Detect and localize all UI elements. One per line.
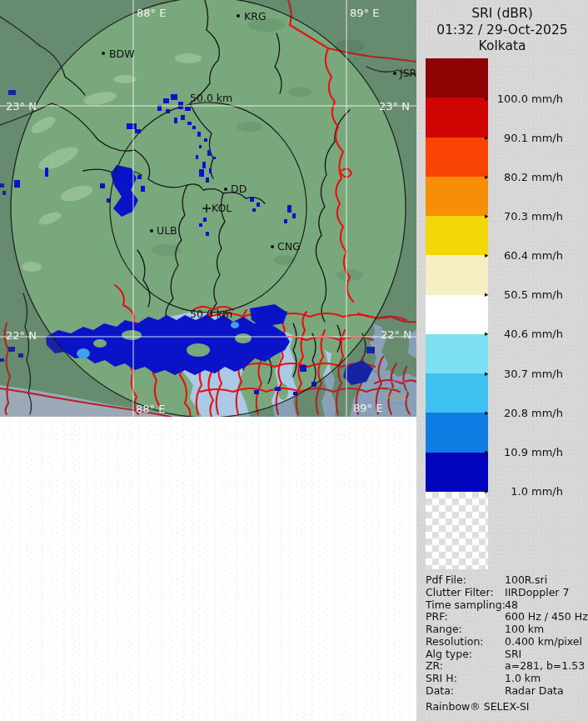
metadata-row: Resolution: 0.400 km/pixel: [426, 636, 586, 648]
metadata-label: Clutter Filter:: [426, 587, 505, 599]
map-label-lat-22-right: 22° N: [381, 328, 411, 341]
place-label-krg: KRG: [244, 10, 267, 23]
metadata-value: SRI: [505, 648, 586, 661]
scale-arrow-icon: ▸: [485, 94, 493, 103]
scale-block: [426, 373, 488, 413]
metadata-label: Data:: [426, 685, 505, 698]
product-datetime: 01:32 / 29-Oct-2025: [416, 23, 588, 39]
scale-label-row: ▸ 10.9 mm/h: [485, 445, 563, 458]
transparency-checker: [426, 492, 488, 569]
color-scale-bar: [426, 58, 488, 569]
map-label-lon-88-top: 88° E: [137, 7, 166, 19]
scale-value: 100.0 mm/h: [493, 93, 563, 105]
scale-label-row: ▸ 100.0 mm/h: [485, 92, 563, 105]
metadata-label: Time sampling:: [426, 599, 505, 612]
metadata-row: Data: Radar Data: [426, 685, 586, 698]
place-label-jsr: JSR: [399, 67, 416, 79]
scale-arrow-icon: ▸: [485, 173, 493, 181]
product-title: SRI (dBR): [416, 6, 588, 23]
place-label-ulb: ULB: [157, 224, 177, 237]
metadata-label: Resolution:: [426, 636, 505, 648]
scale-value: 70.3 mm/h: [493, 210, 563, 223]
scale-arrow-icon: ▸: [485, 290, 493, 298]
scale-arrow-icon: ▸: [485, 133, 493, 142]
scale-arrow-icon: ▸: [485, 329, 493, 338]
map-label-lat-23-left: 23° N: [6, 100, 37, 113]
scale-value: 1.0 mm/h: [493, 485, 563, 498]
scale-value: 10.9 mm/h: [493, 446, 563, 458]
scale-label-row: ▸ 1.0 mm/h: [485, 484, 563, 498]
place-label-bdw: BDW: [109, 48, 135, 60]
range-ring-label-bottom: 50.0 km: [190, 308, 232, 320]
metadata-value: Radar Data: [505, 685, 586, 698]
blank-area: [0, 417, 416, 721]
scale-label-row: ▸ 50.5 mm/h: [485, 288, 563, 301]
scale-value: 50.5 mm/h: [493, 288, 563, 301]
legend-panel: SRI (dBR) 01:32 / 29-Oct-2025 Kolkata ▸ …: [416, 0, 588, 721]
scale-label-row: ▸ 70.3 mm/h: [485, 209, 563, 223]
scale-block: [426, 216, 488, 255]
metadata-row: ZR: a=281, b=1.53: [426, 660, 586, 673]
legend-header: SRI (dBR) 01:32 / 29-Oct-2025 Kolkata: [416, 6, 588, 55]
map-label-lon-89-top: 89° E: [350, 7, 379, 19]
metadata-value: 1.0 km: [505, 673, 586, 685]
scale-arrow-icon: ▸: [485, 448, 493, 456]
metadata-row: Clutter Filter: IIRDoppler 7: [426, 587, 586, 599]
scale-label-row: ▸ 20.8 mm/h: [485, 406, 563, 419]
metadata-value: 100 km: [505, 623, 586, 636]
metadata-label: SRI H:: [426, 673, 505, 685]
metadata-row: Pdf File: 100R.sri: [426, 574, 586, 587]
scale-arrow-icon: ▸: [485, 487, 493, 495]
scale-arrow-icon: ▸: [485, 408, 493, 417]
metadata-row: Range: 100 km: [426, 623, 586, 636]
scale-arrow-icon: ▸: [485, 212, 493, 220]
metadata-row: PRF: 600 Hz / 450 Hz: [426, 611, 586, 623]
metadata-value: 48: [505, 599, 586, 612]
metadata-label: PRF:: [426, 611, 505, 623]
metadata-label: Alg type:: [426, 648, 505, 661]
scale-label-row: ▸ 90.1 mm/h: [485, 131, 563, 144]
metadata-value: 0.400 km/pixel: [505, 636, 586, 648]
scale-block: [426, 334, 488, 373]
metadata-value: a=281, b=1.53: [505, 660, 586, 673]
scale-label-row: ▸ 30.7 mm/h: [485, 367, 563, 380]
scale-label-row: ▸ 80.2 mm/h: [485, 170, 563, 183]
scale-block: [426, 295, 488, 334]
place-label-cng: CNG: [277, 240, 301, 253]
metadata-block: Pdf File: 100R.sri Clutter Filter: IIRDo…: [426, 574, 586, 698]
scale-block: [426, 177, 488, 216]
scale-arrow-icon: ▸: [485, 369, 493, 378]
scale-value: 40.6 mm/h: [493, 328, 563, 340]
map-label-lon-89-bottom: 89° E: [353, 402, 382, 414]
scale-block: [426, 98, 488, 137]
metadata-value: 100R.sri: [505, 574, 586, 587]
scale-label-row: ▸ 40.6 mm/h: [485, 327, 563, 340]
metadata-row: Time sampling: 48: [426, 599, 586, 612]
map-label-lon-88-bottom: 88° E: [136, 403, 165, 415]
metadata-label: Range:: [426, 623, 505, 636]
metadata-row: Alg type: SRI: [426, 648, 586, 661]
metadata-label: Pdf File:: [426, 574, 505, 587]
software-branding: Rainbow® SELEX-SI: [426, 700, 530, 713]
scale-label-row: ▸ 60.4 mm/h: [485, 248, 563, 262]
scale-block: [426, 58, 488, 98]
map-label-lat-23-right: 23° N: [379, 100, 410, 113]
metadata-value: 600 Hz / 450 Hz: [505, 611, 588, 623]
scale-value: 90.1 mm/h: [493, 132, 563, 144]
scale-block: [426, 413, 488, 452]
radar-map-svg: 88° E 89° E 23° N 23° N 22° N 22° N 88° …: [0, 0, 416, 417]
scale-arrow-icon: ▸: [485, 251, 493, 259]
scale-value: 60.4 mm/h: [493, 249, 563, 262]
map-label-lat-22-left: 22° N: [6, 329, 37, 342]
station-name: Kolkata: [416, 38, 588, 55]
scale-value: 20.8 mm/h: [493, 407, 563, 419]
scale-block: [426, 453, 488, 492]
place-label-kol: KOL: [212, 202, 232, 214]
metadata-label: ZR:: [426, 660, 505, 673]
metadata-row: SRI H: 1.0 km: [426, 673, 586, 685]
scale-value: 30.7 mm/h: [493, 368, 563, 380]
radar-map: 88° E 89° E 23° N 23° N 22° N 22° N 88° …: [0, 0, 416, 417]
place-label-dd: DD: [231, 183, 247, 195]
scale-block: [426, 138, 488, 177]
metadata-value: IIRDoppler 7: [505, 587, 586, 599]
